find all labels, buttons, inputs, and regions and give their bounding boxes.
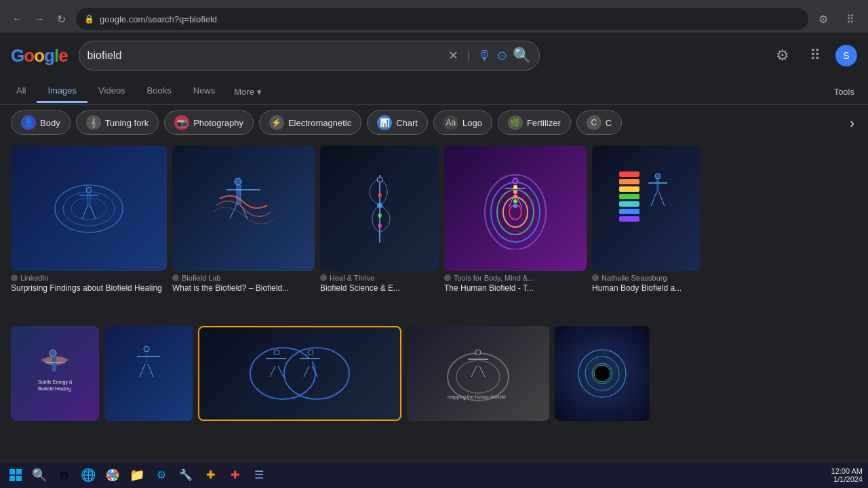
filter-chip-body[interactable]: 👤 Body [11, 110, 71, 135]
source-dot-1 [11, 274, 18, 281]
image-source-3: Heal & Thrive [320, 274, 439, 282]
filter-chip-electromagnetic[interactable]: ⚡ Electromagnetic [259, 110, 361, 135]
image-card-4[interactable]: Tools for Body, Mind &... The Human Biof… [444, 146, 587, 318]
filter-chip-photography[interactable]: 📷 Photography [164, 110, 254, 135]
taskbar-search-icon[interactable]: 🔍 [28, 464, 50, 486]
filter-chip-tuning[interactable]: 𝄞 Tuning fork [76, 110, 159, 135]
svg-point-33 [513, 204, 517, 208]
body-filter-icon: 👤 [21, 115, 36, 130]
svg-point-16 [378, 193, 382, 197]
taskbar-icon-5[interactable]: ☰ [248, 464, 270, 486]
em-filter-icon: ⚡ [269, 115, 284, 130]
browser-icons: ⚙ ⠿ [814, 9, 860, 28]
source-label-3: Heal & Thrive [330, 274, 374, 282]
body-filter-label: Body [40, 118, 60, 128]
filter-chip-chart[interactable]: 📊 Chart [367, 110, 428, 135]
clear-search-icon[interactable]: ✕ [448, 48, 458, 63]
svg-line-45 [659, 192, 665, 206]
forward-button[interactable]: → [30, 9, 49, 28]
image-card-r2-4[interactable]: mapping the human biofield [407, 326, 549, 443]
apps-icon[interactable]: ⠿ [841, 9, 860, 28]
image-card-3[interactable]: Heal & Thrive Biofield Science & E... [320, 146, 439, 318]
svg-line-73 [471, 366, 477, 377]
svg-rect-3 [86, 187, 92, 192]
taskbar: 🔍 ⧉ 🌐 📁 ⚙ 🔧 ✚ ✚ ☰ 12:00 AM 1/1/2024 [0, 461, 868, 488]
logo-letter-o1: o [24, 45, 34, 66]
image-card-r2-2[interactable] [104, 326, 193, 443]
taskbar-icon-4[interactable]: ✚ [224, 464, 245, 486]
image-thumb-r2-2 [104, 326, 193, 421]
svg-point-86 [111, 472, 115, 477]
svg-line-62 [278, 366, 283, 377]
account-avatar[interactable]: S [835, 45, 857, 66]
svg-rect-64 [309, 355, 312, 366]
back-button[interactable]: ← [8, 9, 27, 28]
lens-search-icon[interactable]: ⊙ [497, 48, 507, 63]
fert-filter-icon: 🌿 [508, 115, 523, 130]
svg-rect-46 [50, 350, 56, 357]
tab-news[interactable]: News [182, 80, 226, 103]
svg-line-6 [82, 206, 87, 219]
more-label: More [234, 87, 254, 97]
svg-rect-37 [619, 194, 639, 199]
svg-rect-70 [475, 350, 481, 355]
taskbar-icon-1[interactable]: ⚙ [151, 464, 172, 486]
svg-point-29 [513, 185, 517, 189]
settings-header-icon[interactable]: ⚙ [770, 43, 795, 68]
svg-rect-83 [16, 476, 22, 481]
source-dot-5 [592, 274, 599, 281]
filter-chip-fertilizer[interactable]: 🌿 Fertilizer [498, 110, 571, 135]
photography-filter-label: Photography [193, 118, 243, 128]
tab-videos[interactable]: Videos [87, 80, 136, 103]
filter-chip-logo[interactable]: Aa Logo [433, 110, 492, 135]
search-bar[interactable]: biofield ✕ | 🎙 ⊙ 🔍 [79, 41, 540, 70]
start-button[interactable] [5, 465, 26, 485]
refresh-button[interactable]: ↻ [52, 9, 71, 28]
apps-header-icon[interactable]: ⠿ [803, 43, 827, 68]
logo-letter-g2: g [44, 45, 54, 66]
source-dot-3 [320, 274, 327, 281]
svg-rect-52 [145, 352, 148, 364]
tools-button[interactable]: Tools [826, 83, 863, 101]
image-source-2: Biofield Lab [172, 274, 315, 282]
tab-books[interactable]: Books [136, 80, 182, 103]
image-card-1[interactable]: LinkedIn Surprising Findings about Biofi… [11, 146, 167, 318]
url-text: google.com/search?q=biofield [100, 14, 217, 24]
settings-icon[interactable]: ⚙ [814, 9, 833, 28]
image-card-r2-5[interactable] [555, 326, 650, 443]
taskbar-taskview-icon[interactable]: ⧉ [53, 464, 75, 486]
svg-rect-34 [619, 171, 639, 177]
image-thumb-r2-3 [198, 326, 401, 421]
image-thumb-r2-1: Subtle Energy & Biofield Healing [11, 326, 99, 421]
svg-rect-80 [9, 469, 15, 474]
taskbar-icon-2[interactable]: 🔧 [175, 464, 197, 486]
taskbar-explorer-icon[interactable]: 📁 [126, 464, 148, 486]
nav-buttons: ← → ↻ [8, 9, 71, 28]
taskbar-chrome-icon[interactable] [102, 464, 123, 486]
tab-more[interactable]: More ▾ [226, 81, 270, 102]
svg-rect-58 [274, 350, 279, 355]
svg-line-55 [148, 364, 153, 377]
image-card-2[interactable]: Biofield Lab What is the Biofield? – Bio… [172, 146, 315, 318]
image-grid-row2: Subtle Energy & Biofield Healing [0, 323, 868, 445]
tab-images[interactable]: Images [37, 80, 87, 103]
taskbar-edge-icon[interactable]: 🌐 [77, 464, 99, 486]
tab-all[interactable]: All [5, 80, 37, 103]
filter-chip-c[interactable]: C C [576, 110, 622, 135]
search-submit-icon[interactable]: 🔍 [513, 47, 531, 64]
filters-next-icon[interactable]: › [847, 113, 857, 134]
image-card-r2-3[interactable] [198, 326, 401, 443]
svg-rect-39 [619, 209, 639, 214]
image-title-2: What is the Biofield? – Biofield... [172, 283, 315, 293]
image-card-r2-1[interactable]: Subtle Energy & Biofield Healing [11, 326, 99, 443]
voice-search-icon[interactable]: 🎙 [478, 48, 492, 64]
google-logo: Google [11, 45, 68, 66]
address-bar[interactable]: 🔒 google.com/search?q=biofield [76, 8, 808, 30]
logo-letter-e: e [58, 45, 67, 66]
svg-rect-82 [9, 476, 15, 481]
svg-point-57 [284, 348, 349, 399]
taskbar-icon-3[interactable]: ✚ [199, 464, 221, 486]
image-card-5[interactable]: Nathalie Strassburg Human Body Biofield … [592, 146, 701, 318]
svg-rect-42 [656, 179, 659, 192]
chart-filter-icon: 📊 [377, 115, 392, 130]
